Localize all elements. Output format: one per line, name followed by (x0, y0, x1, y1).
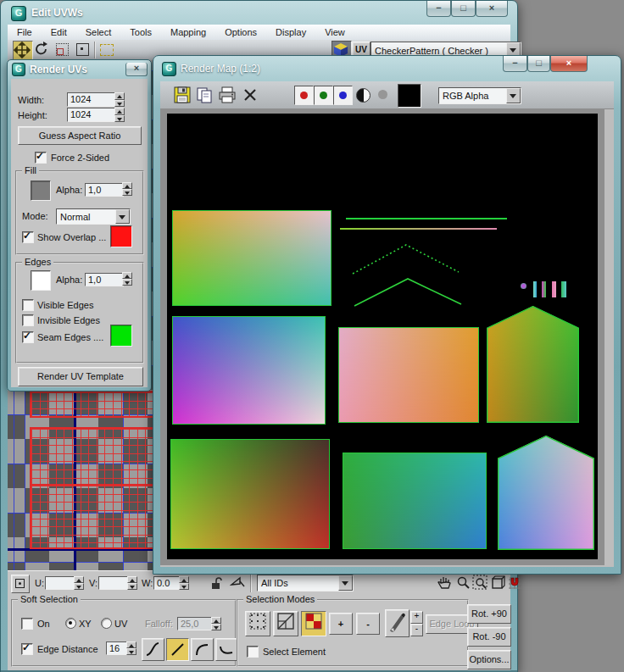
edges-group-title: Edges (22, 257, 53, 267)
render-map-close-button[interactable]: × (550, 56, 588, 72)
scale-tool-button[interactable] (53, 41, 72, 59)
seam-edges-checkbox[interactable] (22, 331, 34, 343)
alpha-channel-button[interactable] (378, 90, 387, 99)
falloff-spinner[interactable] (211, 617, 221, 630)
shrink-selection-button[interactable]: - (356, 613, 380, 635)
u-spinner[interactable] (74, 576, 84, 590)
falloff-smooth-button[interactable] (142, 638, 164, 661)
paint-select-button[interactable] (385, 609, 410, 637)
select-element-checkbox[interactable] (247, 646, 259, 658)
paint-brush-icon (387, 610, 407, 633)
height-input[interactable]: 1024 (67, 108, 116, 122)
menu-item-file[interactable]: File (8, 27, 42, 37)
falloff-linear-button[interactable] (166, 638, 189, 661)
menu-item-mapping[interactable]: Mapping (161, 27, 215, 37)
guess-aspect-button[interactable]: Guess Aspect Ratio (18, 126, 142, 145)
close-button[interactable]: × (476, 1, 508, 17)
render-uvs-titlebar[interactable]: G Render UVs × (8, 60, 151, 79)
fill-alpha-input[interactable]: 1,0 (85, 183, 124, 197)
edge-distance-spinner[interactable] (126, 641, 136, 655)
grow-selection-button[interactable]: + (329, 613, 353, 635)
monochrome-button[interactable] (356, 88, 370, 103)
seam-color-swatch[interactable] (110, 325, 132, 347)
w-spinner[interactable] (179, 576, 189, 590)
options-button[interactable]: Options... (467, 650, 511, 669)
xy-radio[interactable] (65, 618, 76, 629)
pan-icon[interactable] (437, 575, 453, 591)
edge-color-swatch[interactable] (31, 270, 51, 291)
display-background-swatch[interactable] (398, 84, 421, 108)
blue-channel-button[interactable] (333, 86, 353, 105)
v-input[interactable] (98, 576, 131, 590)
move-tool-button[interactable] (13, 41, 33, 61)
u-input[interactable] (45, 576, 77, 590)
menu-item-view[interactable]: View (315, 27, 354, 37)
fill-mode-dropdown-icon[interactable] (115, 209, 130, 224)
lock-selection-icon[interactable] (209, 575, 223, 591)
channel-select[interactable]: RGB Alpha (438, 87, 521, 104)
menu-item-edit[interactable]: Edit (42, 27, 76, 37)
render-map-titlebar[interactable]: G Render Map (1:2) − □ × (153, 56, 621, 81)
edges-group: Edges Alpha: 1,0 Visible Edges Invisible… (15, 262, 144, 364)
render-map-title: Render Map (1:2) (181, 63, 260, 75)
v-spinner[interactable] (127, 576, 137, 590)
rotate-minus90-button[interactable]: Rot. -90 (467, 627, 511, 647)
minimize-button[interactable]: − (426, 1, 451, 17)
edit-uvws-titlebar[interactable]: G Edit UVWs − □ × (1, 1, 517, 25)
width-spinner[interactable] (114, 92, 125, 107)
red-channel-button[interactable] (294, 86, 314, 105)
render-map-maximize-button[interactable]: □ (527, 56, 550, 72)
force-two-sided-checkbox[interactable] (35, 152, 47, 164)
edge-distance-checkbox[interactable] (21, 643, 33, 655)
save-icon[interactable] (174, 86, 191, 103)
falloff-input[interactable]: 25,0 (177, 617, 214, 630)
fill-alpha-spinner[interactable] (122, 182, 132, 196)
menu-item-options[interactable]: Options (215, 27, 266, 37)
move-icon (14, 42, 31, 58)
brush-size-down-button[interactable]: - (410, 624, 423, 636)
green-channel-button[interactable] (314, 86, 333, 105)
menu-item-select[interactable]: Select (76, 27, 121, 37)
absolute-mode-button[interactable] (11, 575, 30, 593)
falloff-slow-button[interactable] (191, 638, 214, 661)
falloff-fast-button[interactable] (215, 638, 238, 661)
face-mode-button[interactable] (301, 611, 326, 636)
snap-toggle-icon[interactable] (507, 575, 523, 591)
width-input[interactable]: 1024 (67, 92, 116, 107)
render-uvs-close-button[interactable]: × (125, 63, 148, 76)
maximize-button[interactable]: □ (451, 1, 476, 17)
render-map-minimize-button[interactable]: − (503, 56, 527, 72)
mirror-tool-button[interactable] (98, 41, 116, 59)
rotate-plus90-button[interactable]: Rot. +90 (467, 604, 511, 624)
uv-radio[interactable] (101, 618, 112, 629)
w-input[interactable]: 0.0 (153, 576, 182, 590)
copy-icon[interactable] (196, 86, 213, 103)
zoom-region-icon[interactable] (472, 575, 488, 591)
show-overlap-checkbox[interactable] (22, 231, 34, 243)
edges-alpha-spinner[interactable] (122, 272, 132, 286)
channel-dropdown-icon[interactable] (506, 88, 521, 103)
overlap-color-swatch[interactable] (110, 225, 132, 247)
vertex-mode-button[interactable] (245, 611, 270, 636)
zoom-icon[interactable] (456, 575, 471, 590)
edges-alpha-input[interactable]: 1,0 (85, 273, 124, 286)
rotate-tool-button[interactable] (33, 41, 52, 59)
id-filter-select[interactable]: All IDs (257, 575, 354, 591)
invisible-edges-checkbox[interactable] (22, 314, 34, 326)
freeform-tool-button[interactable] (74, 41, 92, 59)
fill-mode-select[interactable]: Normal (56, 208, 131, 225)
zoom-extents-icon[interactable] (490, 575, 506, 591)
height-spinner[interactable] (114, 108, 125, 122)
id-filter-dropdown-icon[interactable] (338, 575, 353, 591)
delete-icon[interactable] (242, 87, 258, 103)
pointer-arrow-icon[interactable] (230, 576, 245, 590)
fill-color-swatch[interactable] (31, 180, 51, 201)
visible-edges-checkbox[interactable] (22, 299, 34, 311)
brush-size-up-button[interactable]: + (410, 611, 423, 624)
render-uv-template-button[interactable]: Render UV Template (18, 367, 143, 386)
edge-mode-button[interactable] (273, 611, 298, 636)
soft-selection-on-checkbox[interactable] (21, 618, 33, 630)
menu-item-tools[interactable]: Tools (120, 27, 161, 37)
print-icon[interactable] (218, 86, 237, 103)
menu-item-display[interactable]: Display (266, 27, 315, 37)
